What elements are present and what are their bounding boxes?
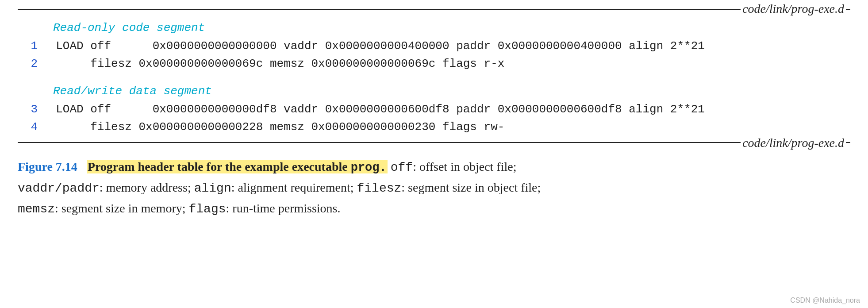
filename-bottom: code/link/prog-exe.d — [741, 136, 846, 150]
code-line-3: 3 LOAD off 0x0000000000000df8 vaddr 0x00… — [18, 100, 850, 118]
line-number-4: 4 — [18, 118, 42, 136]
line-number-1: 1 — [18, 37, 42, 55]
line-number-2: 2 — [18, 55, 42, 73]
line-content-4: filesz 0x0000000000000228 memsz 0x000000… — [42, 118, 850, 136]
line-content-2: filesz 0x000000000000069c memsz 0x000000… — [42, 55, 850, 73]
segment2-label: Read/write data segment — [53, 85, 850, 98]
figure-line-2: vaddr/paddr: memory address; align: alig… — [18, 178, 850, 199]
figure-label: Figure 7.14 — [18, 160, 77, 173]
line-content-3: LOAD off 0x0000000000000df8 vaddr 0x0000… — [42, 100, 850, 118]
code-line-1: 1 LOAD off 0x0000000000000000 vaddr 0x00… — [18, 37, 850, 55]
code-line-2: 2 filesz 0x000000000000069c memsz 0x0000… — [18, 55, 850, 73]
line-content-1: LOAD off 0x0000000000000000 vaddr 0x0000… — [42, 37, 850, 55]
figure-highlight-text: Program header table for the example exe… — [87, 160, 388, 173]
segment1-label: Read-only code segment — [53, 21, 850, 35]
code-block: code/link/prog-exe.d Read-only code segm… — [18, 9, 850, 143]
code-line-4: 4 filesz 0x0000000000000228 memsz 0x0000… — [18, 118, 850, 136]
filename-top: code/link/prog-exe.d — [741, 2, 846, 16]
figure-desc1: off: offset in object file; — [388, 160, 517, 173]
figure-line-1: Figure 7.14 Program header table for the… — [18, 157, 850, 178]
line-number-3: 3 — [18, 100, 42, 118]
watermark: CSDN @Nahida_nora — [790, 296, 860, 304]
prog-code: prog. — [351, 161, 387, 174]
figure-line-3: memsz: segment size in memory; flags: ru… — [18, 199, 850, 219]
figure-caption: Figure 7.14 Program header table for the… — [18, 157, 850, 219]
